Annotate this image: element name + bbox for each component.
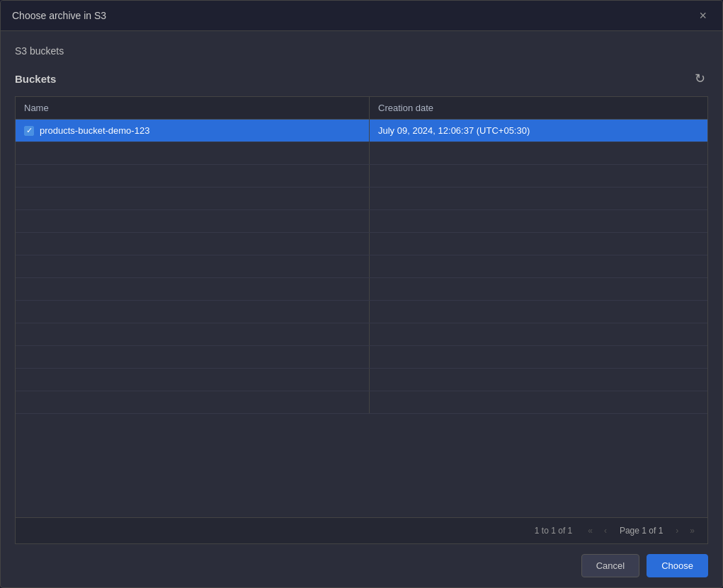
table-row <box>16 323 707 346</box>
cell-name <box>16 369 370 391</box>
cancel-button[interactable]: Cancel <box>581 554 639 577</box>
table-row <box>16 278 707 301</box>
cell-date <box>370 233 707 255</box>
cell-name <box>16 323 370 345</box>
cell-name <box>16 188 370 209</box>
table-row[interactable]: ✓ products-bucket-demo-123 July 09, 2024… <box>16 120 707 142</box>
cell-name <box>16 165 370 187</box>
cell-name <box>16 278 370 300</box>
cell-date <box>370 165 707 187</box>
close-button[interactable]: × <box>695 8 711 23</box>
table-row <box>16 391 707 414</box>
buckets-table: Name Creation date ✓ products-bucket-dem… <box>15 96 708 544</box>
cell-name <box>16 255 370 277</box>
cell-date <box>370 142 707 164</box>
cell-name <box>16 142 370 164</box>
table-body: ✓ products-bucket-demo-123 July 09, 2024… <box>16 120 707 517</box>
col-name-header: Name <box>16 97 370 119</box>
cell-name <box>16 301 370 323</box>
table-row <box>16 188 707 210</box>
choose-archive-dialog: Choose archive in S3 × S3 buckets Bucket… <box>0 0 723 588</box>
table-row <box>16 210 707 233</box>
cell-date <box>370 255 707 277</box>
cell-date <box>370 301 707 323</box>
cell-date <box>370 391 707 413</box>
table-row <box>16 233 707 255</box>
refresh-button[interactable]: ↻ <box>692 68 708 89</box>
choose-button[interactable]: Choose <box>647 554 708 577</box>
pagination-info: 1 to 1 of 1 <box>535 526 572 536</box>
checkbox-check: ✓ <box>26 126 33 135</box>
cell-date <box>370 188 707 209</box>
cell-date <box>370 210 707 232</box>
dialog-body: S3 buckets Buckets ↻ Name Creation date … <box>1 31 722 544</box>
table-row <box>16 255 707 278</box>
dialog-title: Choose archive in S3 <box>12 10 106 21</box>
cell-date <box>370 369 707 391</box>
bucket-name: products-bucket-demo-123 <box>40 125 149 136</box>
pagination-bar: 1 to 1 of 1 « ‹ Page 1 of 1 › » <box>16 517 707 543</box>
table-header: Name Creation date <box>16 97 707 120</box>
cell-date <box>370 323 707 345</box>
s3-section-label: S3 buckets <box>15 45 708 57</box>
table-row <box>16 346 707 369</box>
cell-date <box>370 278 707 300</box>
cell-name <box>16 233 370 255</box>
cell-date: July 09, 2024, 12:06:37 (UTC+05:30) <box>370 120 707 142</box>
col-date-header: Creation date <box>370 97 707 119</box>
next-page-button[interactable]: › <box>671 524 683 538</box>
cell-name <box>16 210 370 232</box>
table-row <box>16 165 707 188</box>
row-checkbox-icon: ✓ <box>24 126 34 136</box>
dialog-footer: Cancel Choose <box>1 544 722 587</box>
cell-name <box>16 391 370 413</box>
cell-date <box>370 346 707 368</box>
buckets-title: Buckets <box>15 73 56 85</box>
table-row <box>16 142 707 165</box>
refresh-icon: ↻ <box>695 71 705 86</box>
last-page-button[interactable]: » <box>685 524 699 538</box>
page-label: Page 1 of 1 <box>614 524 668 538</box>
buckets-header: Buckets ↻ <box>15 68 708 89</box>
dialog-header: Choose archive in S3 × <box>1 1 722 31</box>
table-row <box>16 369 707 391</box>
cell-name <box>16 346 370 368</box>
table-row <box>16 301 707 323</box>
first-page-button[interactable]: « <box>583 524 597 538</box>
prev-page-button[interactable]: ‹ <box>600 524 611 538</box>
cell-name: ✓ products-bucket-demo-123 <box>16 120 370 142</box>
